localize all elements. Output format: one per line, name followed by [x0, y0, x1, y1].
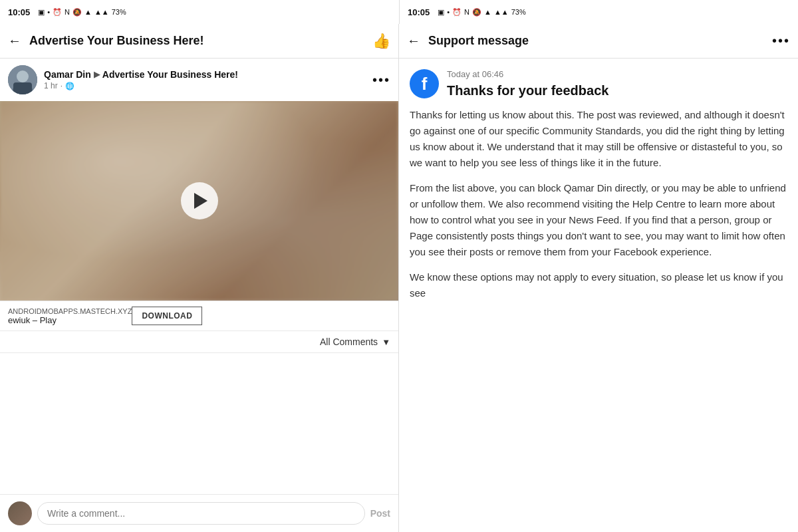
post-more-options[interactable]: ••• [372, 72, 390, 88]
status-bar: 10:05 ▣ • ⏰ N 🔕 ▲ ▲▲ 73% 10:05 ▣ • ⏰ N 🔕… [0, 0, 798, 24]
panels: ← Advertise Your Business Here! 👍 [0, 24, 798, 532]
nfc-icon: N [65, 8, 70, 16]
post-comment-button[interactable]: Post [370, 508, 390, 519]
right-status-icons: ▣ • ⏰ N 🔕 ▲ ▲▲ 73% [438, 8, 526, 17]
panel-right: ← Support message ••• f Today at 06:46 T… [399, 24, 798, 532]
download-name: ewiuk – Play [8, 315, 132, 325]
support-paragraph-2: From the list above, you can block Qamar… [410, 180, 787, 260]
dot-separator: • [47, 8, 50, 16]
back-button-left[interactable]: ← [8, 33, 21, 49]
download-url: ANDROIDMOBAPPS.MASTECH.XYZ [8, 307, 132, 315]
left-time: 10:05 [8, 7, 30, 17]
panel-left: ← Advertise Your Business Here! 👍 [0, 24, 399, 532]
svg-point-1 [17, 70, 29, 82]
support-message-header: f Today at 06:46 Thanks for your feedbac… [410, 69, 787, 99]
all-comments-label: All Comments [320, 336, 378, 347]
mute-icon: 🔕 [72, 8, 82, 17]
download-button[interactable]: DOWNLOAD [132, 307, 202, 325]
arrow-icon: ▶ [94, 70, 100, 79]
dot: · [61, 81, 63, 90]
globe-icon: 🌐 [65, 82, 74, 90]
right-time: 10:05 [408, 7, 430, 17]
right-more-options[interactable]: ••• [772, 33, 790, 49]
time-label: 1 hr [44, 81, 58, 90]
dot-separator-r: • [447, 8, 450, 16]
left-status-icons: ▣ • ⏰ N 🔕 ▲ ▲▲ 73% [38, 8, 126, 17]
thumbs-up-icon[interactable]: 👍 [372, 33, 390, 50]
battery-right: 73% [511, 8, 526, 16]
back-button-right[interactable]: ← [407, 33, 420, 49]
download-bar: ANDROIDMOBAPPS.MASTECH.XYZ ewiuk – Play … [0, 301, 398, 331]
status-bar-left: 10:05 ▣ • ⏰ N 🔕 ▲ ▲▲ 73% [0, 0, 399, 24]
left-app-bar-title: Advertise Your Business Here! [29, 34, 372, 48]
battery-left: 73% [112, 8, 126, 16]
comment-input[interactable] [37, 502, 365, 525]
play-triangle-icon [194, 193, 207, 209]
signal-icon: ▲▲ [94, 8, 109, 16]
nfc-icon-r: N [464, 8, 469, 16]
support-title: Thanks for your feedback [447, 82, 787, 99]
post-group: Advertise Your Business Here! [102, 69, 238, 80]
post-container: Qamar Din ▶ Advertise Your Business Here… [0, 59, 398, 494]
support-content: f Today at 06:46 Thanks for your feedbac… [399, 59, 798, 532]
video-thumbnail[interactable] [0, 101, 398, 301]
support-paragraph-1: Thanks for letting us know about this. T… [410, 107, 787, 171]
post-author: Qamar Din ▶ Advertise Your Business Here… [44, 69, 372, 80]
alarm-icon-r: ⏰ [452, 8, 462, 17]
post-header: Qamar Din ▶ Advertise Your Business Here… [0, 59, 398, 101]
support-meta: Today at 06:46 Thanks for your feedback [447, 69, 787, 99]
author-avatar[interactable] [8, 65, 37, 94]
author-name: Qamar Din [44, 69, 91, 80]
alarm-icon: ⏰ [53, 8, 62, 17]
support-paragraph-3: We know these options may not apply to e… [410, 269, 787, 301]
wifi-icon-r: ▲ [484, 8, 491, 16]
status-bar-right: 10:05 ▣ • ⏰ N 🔕 ▲ ▲▲ 73% [399, 0, 798, 24]
support-body: Thanks for letting us know about this. T… [410, 107, 787, 301]
right-app-bar-title: Support message [428, 34, 772, 48]
facebook-logo: f [410, 69, 439, 98]
wifi-icon: ▲ [84, 8, 92, 16]
right-app-bar: ← Support message ••• [399, 24, 798, 59]
sim-icon-r: ▣ [438, 8, 444, 17]
play-button[interactable] [181, 182, 218, 219]
svg-rect-3 [13, 82, 32, 94]
support-timestamp: Today at 06:46 [447, 69, 787, 79]
mute-icon-r: 🔕 [472, 8, 481, 17]
avatar-placeholder [8, 65, 37, 94]
comment-user-avatar [8, 501, 32, 525]
signal-icon-r: ▲▲ [494, 8, 509, 16]
comments-bar: All Comments ▼ [0, 331, 398, 353]
chevron-down-icon[interactable]: ▼ [382, 337, 390, 347]
left-app-bar: ← Advertise Your Business Here! 👍 [0, 24, 398, 59]
sim-icon: ▣ [38, 8, 45, 17]
post-meta: Qamar Din ▶ Advertise Your Business Here… [44, 69, 372, 90]
comment-input-row: Post [0, 494, 398, 532]
post-time: 1 hr · 🌐 [44, 81, 372, 90]
download-meta: ANDROIDMOBAPPS.MASTECH.XYZ ewiuk – Play [8, 307, 132, 325]
